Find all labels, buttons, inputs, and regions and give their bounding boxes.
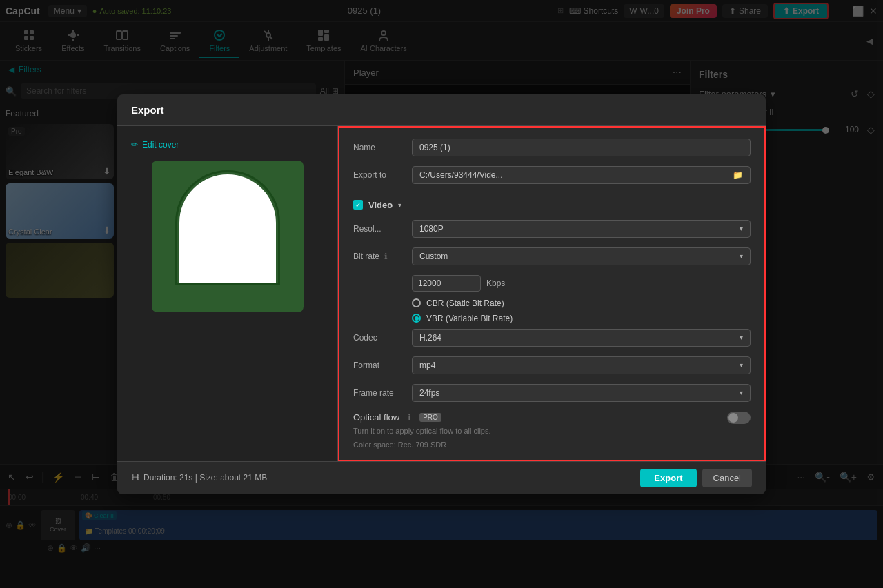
vbr-radio-row: VBR (Variable Bit Rate) — [412, 314, 751, 323]
export-body: ✏ Edit cover Name — [117, 126, 766, 461]
export-title: Export — [131, 104, 164, 116]
color-space: Color space: Rec. 709 SDR — [353, 440, 751, 449]
frame-rate-select[interactable]: 24fps ▾ — [412, 384, 751, 402]
cancel-button[interactable]: Cancel — [702, 469, 752, 487]
pro-tag: PRO — [419, 413, 442, 422]
codec-select[interactable]: H.264 ▾ — [412, 329, 751, 347]
vbr-radio[interactable] — [412, 314, 421, 323]
video-checkbox[interactable]: ✓ — [353, 200, 363, 210]
export-footer: 🎞 Duration: 21s | Size: about 21 MB Expo… — [117, 461, 766, 494]
bitrate-custom-row: Kbps — [412, 275, 751, 292]
name-row: Name — [353, 139, 751, 156]
export-dialog: Export ✏ Edit cover — [117, 94, 766, 494]
cbr-radio[interactable] — [412, 298, 421, 307]
footer-buttons: Export Cancel — [640, 469, 752, 487]
export-to-row: Export to C:/Users/93444/Vide... 📁 — [353, 166, 751, 184]
video-section-toggle[interactable]: ▾ — [398, 201, 401, 209]
edit-cover-button[interactable]: ✏ Edit cover — [131, 140, 179, 150]
cover-preview — [152, 161, 304, 312]
section-divider — [353, 194, 751, 194]
resolution-row: Resol... 1080P ▾ — [353, 220, 751, 238]
export-confirm-button[interactable]: Export — [640, 469, 696, 487]
export-settings: Name Export to C:/Users/93444/Vide... 📁 … — [338, 126, 766, 461]
export-cover-section: ✏ Edit cover — [117, 126, 338, 461]
optical-flow-row: Optical flow ℹ PRO — [353, 412, 751, 424]
footer-info: 🎞 Duration: 21s | Size: about 21 MB — [131, 473, 267, 483]
film-icon: 🎞 — [131, 473, 139, 483]
format-select[interactable]: mp4 ▾ — [412, 356, 751, 374]
bitrate-row: Bit rate ℹ Custom ▾ — [353, 247, 751, 265]
optical-flow-desc: Turn it on to apply optical flow to all … — [353, 427, 751, 435]
export-path[interactable]: C:/Users/93444/Vide... 📁 — [412, 166, 751, 184]
cbr-radio-row: CBR (Static Bit Rate) — [412, 298, 751, 308]
bitrate-info-icon[interactable]: ℹ — [384, 252, 388, 261]
bitrate-select[interactable]: Custom ▾ — [412, 247, 751, 265]
optical-flow-toggle[interactable] — [727, 412, 751, 424]
codec-row: Codec H.264 ▾ — [353, 329, 751, 347]
optical-info-icon[interactable]: ℹ — [408, 412, 411, 423]
frame-rate-row: Frame rate 24fps ▾ — [353, 384, 751, 402]
name-input[interactable] — [412, 139, 751, 156]
folder-icon: 📁 — [733, 170, 743, 180]
export-header: Export — [117, 94, 766, 126]
resolution-select[interactable]: 1080P ▾ — [412, 220, 751, 238]
format-row: Format mp4 ▾ — [353, 356, 751, 374]
bitrate-number-input[interactable] — [412, 275, 481, 292]
export-overlay: Export ✏ Edit cover — [0, 0, 883, 588]
video-checkbox-row: ✓ Video ▾ — [353, 200, 751, 210]
